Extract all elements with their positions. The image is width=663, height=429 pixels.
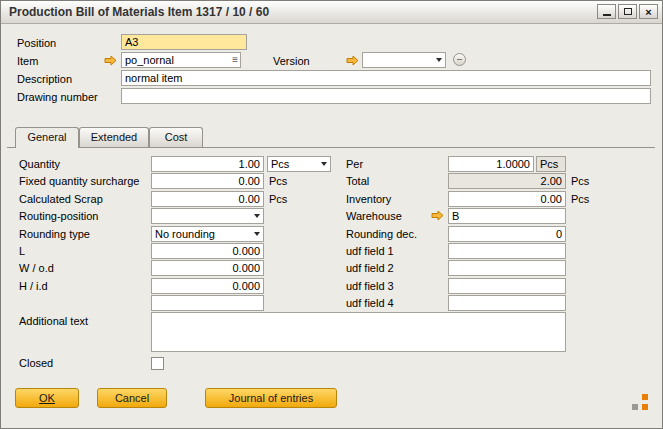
additional-text-label: Additional text [19, 314, 88, 329]
w-od-label: W / o.d [19, 261, 54, 276]
journal-of-entries-button[interactable]: Journal of entries [205, 388, 337, 408]
chevron-down-icon [254, 232, 260, 236]
total-label: Total [346, 174, 369, 189]
version-label: Version [273, 54, 310, 69]
rounding-type-value: No rounding [155, 227, 250, 241]
minimize-icon [603, 14, 611, 16]
warehouse-link-arrow-icon[interactable] [431, 210, 444, 221]
chevron-down-icon [436, 58, 442, 62]
w-od-field[interactable]: 0.000 [151, 260, 264, 276]
closed-label: Closed [19, 356, 53, 371]
fixed-quantity-surcharge-unit: Pcs [269, 174, 287, 189]
calculated-scrap-unit: Pcs [269, 192, 287, 207]
udf-field-4[interactable] [448, 295, 566, 311]
production-bom-item-window: Production Bill of Materials Item 1317 /… [0, 0, 663, 429]
restore-icon [624, 8, 632, 15]
per-label: Per [346, 157, 363, 172]
tab-cost[interactable]: Cost [149, 127, 203, 147]
minimize-button[interactable] [597, 4, 616, 19]
rounding-dec-label: Rounding dec. [346, 227, 417, 242]
quantity-uom-value: Pcs [271, 157, 317, 171]
udf-field-3[interactable] [448, 278, 566, 294]
calculated-scrap-label: Calculated Scrap [19, 192, 103, 207]
total-field: 2.00 [448, 173, 566, 189]
quantity-uom-combo[interactable]: Pcs [267, 156, 331, 172]
calculated-scrap-field[interactable]: 0.00 [151, 191, 264, 207]
udf-field-4-label: udf field 4 [346, 296, 394, 311]
extra-field[interactable] [151, 295, 264, 311]
version-combo[interactable] [362, 52, 446, 68]
udf-field-1-label: udf field 1 [346, 244, 394, 259]
window-title: Production Bill of Materials Item 1317 /… [9, 1, 269, 23]
restore-button[interactable] [618, 4, 637, 19]
tab-extended[interactable]: Extended [79, 127, 149, 147]
l-label: L [19, 244, 25, 259]
udf-field-2-label: udf field 2 [346, 261, 394, 276]
version-link-arrow-icon[interactable] [346, 55, 359, 66]
udf-field-1[interactable] [448, 243, 566, 259]
per-uom-box: Pcs [536, 156, 566, 172]
item-field[interactable]: po_nornal ≡ [121, 52, 241, 68]
h-id-label: H / i.d [19, 279, 48, 294]
version-options-icon[interactable] [453, 53, 466, 66]
warehouse-field[interactable]: B [448, 208, 566, 224]
ok-button[interactable]: OK [15, 388, 79, 408]
udf-field-2[interactable] [448, 260, 566, 276]
rounding-dec-field[interactable]: 0 [448, 226, 566, 242]
fixed-quantity-surcharge-field[interactable]: 0.00 [151, 173, 264, 189]
routing-position-label: Routing-position [19, 209, 99, 224]
cancel-button[interactable]: Cancel [97, 388, 167, 408]
warehouse-label: Warehouse [346, 209, 402, 224]
inventory-label: Inventory [346, 192, 391, 207]
inventory-unit: Pcs [571, 192, 589, 207]
h-id-field[interactable]: 0.000 [151, 278, 264, 294]
close-icon: × [645, 6, 651, 18]
description-field[interactable]: normal item [121, 70, 651, 86]
additional-text-area[interactable] [151, 312, 566, 352]
item-field-value: po_nornal [125, 53, 227, 67]
position-label: Position [17, 36, 56, 51]
closed-checkbox[interactable] [151, 357, 164, 370]
rounding-type-combo[interactable]: No rounding [151, 226, 264, 242]
chevron-down-icon [254, 214, 260, 218]
description-label: Description [17, 72, 72, 87]
tab-separator-line [7, 147, 655, 148]
inventory-field[interactable]: 0.00 [448, 191, 566, 207]
total-unit: Pcs [571, 174, 589, 189]
quantity-label: Quantity [19, 157, 60, 172]
rounding-type-label: Rounding type [19, 227, 90, 242]
l-field[interactable]: 0.000 [151, 243, 264, 259]
item-link-arrow-icon[interactable] [104, 55, 117, 66]
udf-field-3-label: udf field 3 [346, 279, 394, 294]
per-field[interactable]: 1.0000 [448, 156, 534, 172]
chevron-down-icon [321, 162, 327, 166]
position-field[interactable]: A3 [121, 34, 247, 50]
close-button[interactable]: × [639, 4, 658, 19]
fixed-quantity-surcharge-label: Fixed quantity surcharge [19, 174, 139, 189]
drawing-number-field[interactable] [121, 88, 651, 104]
window-controls: × [597, 4, 658, 19]
choose-from-list-icon[interactable]: ≡ [232, 54, 238, 66]
drawing-number-label: Drawing number [17, 90, 98, 105]
item-label: Item [17, 54, 38, 69]
quantity-field[interactable]: 1.00 [151, 156, 264, 172]
titlebar: Production Bill of Materials Item 1317 /… [1, 1, 662, 24]
routing-position-combo[interactable] [151, 208, 264, 224]
tab-general[interactable]: General [15, 127, 79, 148]
resize-grip-icon[interactable] [632, 394, 648, 410]
